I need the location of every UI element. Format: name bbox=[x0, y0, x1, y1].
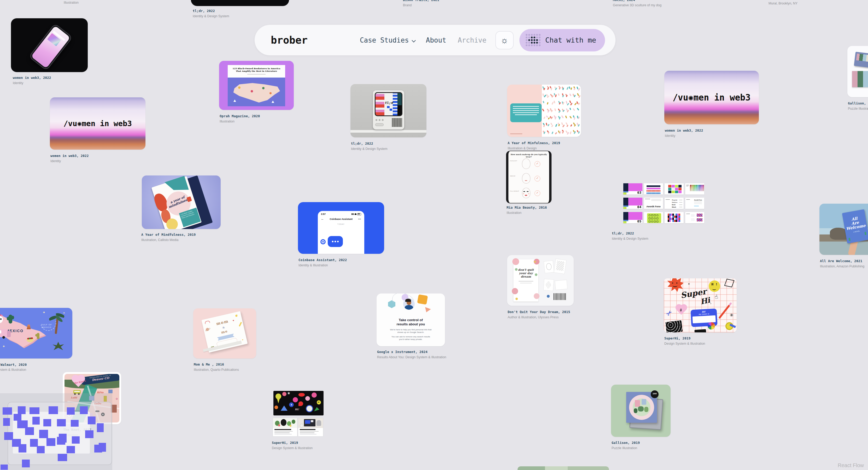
building bbox=[108, 389, 113, 393]
article-byline bbox=[247, 74, 266, 75]
caption-title: tl;dr, 2022 bbox=[193, 9, 229, 13]
caption-gallison-bottom: Gallison, 2019 Puzzle Illustration bbox=[612, 441, 640, 450]
eye-sticker: 8 bbox=[289, 402, 294, 407]
card-wiw-left[interactable]: /vu✺men in web3 bbox=[50, 97, 146, 150]
dot bbox=[536, 39, 538, 41]
card-tldr-tv[interactable]: tl;d bbox=[350, 84, 427, 137]
design-system-slide bbox=[685, 212, 704, 223]
caption-dont-quit: Don't Quit Your Day Dream, 2015 Author &… bbox=[508, 310, 570, 319]
card-superhi-collage[interactable]: Super Hi H ! ☝ Ü ✂ HI! my name is ✳ ✦ ✧ bbox=[664, 278, 737, 333]
book-title: a year of mindfulness bbox=[163, 188, 191, 210]
minimap-node bbox=[13, 414, 22, 421]
card-all-are-welcome[interactable]: All Are Welcome a NOVEL bbox=[819, 203, 868, 255]
minimap-node bbox=[19, 444, 26, 452]
dash-mark bbox=[547, 87, 549, 90]
navbar: brober Case Studies About Archive ☼ Chat… bbox=[255, 25, 616, 55]
card-wiw-phone[interactable] bbox=[11, 18, 88, 72]
dot bbox=[533, 39, 535, 41]
caption-subtitle: Design System & Illustration bbox=[0, 368, 26, 372]
caption-subtitle: Design System & Illustration bbox=[664, 342, 705, 346]
dash-mark bbox=[577, 108, 580, 111]
minimap-node bbox=[32, 417, 40, 425]
dash-mark bbox=[547, 102, 549, 105]
sparkle: ✦ bbox=[688, 283, 690, 285]
badge-sticker bbox=[306, 405, 313, 412]
dot bbox=[539, 39, 540, 41]
caption-walmart-subtitle: Design System & Illustration bbox=[0, 368, 26, 372]
minimap-node bbox=[67, 446, 75, 453]
more-icon[interactable]: ••• bbox=[358, 218, 361, 220]
dash-mark bbox=[574, 88, 576, 90]
dash-mark bbox=[542, 101, 545, 103]
card-oprah[interactable]: 125 Black-Owned Bookstores in America Th… bbox=[219, 61, 294, 110]
minimap[interactable] bbox=[0, 393, 112, 470]
card-dont-quit[interactable]: don't quit your day dream bbox=[507, 255, 574, 306]
card-google[interactable]: Take control of results about you We're … bbox=[377, 293, 445, 346]
chat-button-label: Chat with me bbox=[545, 36, 596, 44]
card-superhi-pages[interactable]: ❀ 8 H! Hi! bbox=[273, 391, 325, 438]
nav-about[interactable]: About bbox=[426, 36, 446, 44]
dash-mark bbox=[578, 103, 580, 105]
dot bbox=[528, 36, 530, 38]
map-spot bbox=[251, 90, 253, 92]
puzzle-box: 1000 bbox=[626, 392, 657, 423]
scissors-icon: ✂ bbox=[664, 308, 674, 318]
theme-toggle-button[interactable]: ☼ bbox=[495, 31, 514, 49]
dash-mark bbox=[542, 93, 544, 97]
nav-archive[interactable]: Archive bbox=[458, 36, 487, 44]
card-gallison-right[interactable] bbox=[847, 46, 868, 97]
dash-mark bbox=[569, 100, 571, 103]
card-coinbase[interactable]: 3:57 ← Coinbase Assistant ••• TODAY bbox=[298, 202, 384, 254]
hero-headline-2: results about you bbox=[377, 322, 445, 326]
caption-subtitle: Brand bbox=[403, 3, 439, 7]
card-mindfulness-spread[interactable] bbox=[507, 85, 581, 137]
card-partial-bottom[interactable] bbox=[518, 466, 609, 470]
caption-title: women in web3, 2022 bbox=[665, 128, 703, 132]
signal-icon bbox=[351, 213, 354, 215]
reactflow-attribution[interactable]: React Flow bbox=[838, 463, 864, 468]
dash-mark bbox=[562, 131, 564, 134]
webpage-thumb bbox=[273, 418, 298, 437]
chat-header: ← Coinbase Assistant ••• bbox=[318, 215, 364, 221]
minimap-node bbox=[39, 430, 48, 438]
minimap-node bbox=[1, 465, 8, 470]
site-logo[interactable]: brober bbox=[271, 34, 308, 46]
caption-wiw-phone: women in web3, 2022 Identity bbox=[13, 76, 51, 85]
sparkle: ✧ bbox=[710, 302, 712, 305]
map-spot bbox=[238, 87, 241, 89]
card-mindfulness-book[interactable]: a year of mindfulness A 52-Week Guided J… bbox=[142, 176, 221, 229]
card-mia-phone[interactable]: How much makeup do you typically wear? H… bbox=[506, 151, 552, 203]
glitch-mid: tl;d bbox=[384, 93, 393, 116]
card-tldr-grid[interactable]: 03 04 Aeonik FonoRegular Medium Bold Bla… bbox=[612, 182, 708, 227]
notebook-doodle bbox=[665, 320, 683, 333]
dot bbox=[533, 36, 535, 38]
card-walmart[interactable]: MEXICO GULF OF MEXICO PACIFIC OCEAN TACO… bbox=[0, 308, 72, 358]
card-tldr-top[interactable] bbox=[191, 0, 289, 6]
card-gallison-bottom[interactable]: 1000 bbox=[611, 385, 671, 437]
design-system-slide bbox=[644, 212, 663, 223]
card-mom-me[interactable]: mom & me ✦ ♥ bbox=[193, 308, 256, 358]
dash-mark bbox=[570, 103, 573, 105]
dash-mark bbox=[570, 87, 572, 90]
minimap-node bbox=[57, 419, 66, 427]
pen-doodle bbox=[718, 305, 730, 319]
dot bbox=[533, 42, 535, 43]
dash-mark bbox=[561, 115, 564, 118]
chat-with-me-button[interactable]: Chat with me bbox=[519, 29, 605, 52]
caption-subtitle: Illustration bbox=[220, 120, 260, 124]
dash-mark bbox=[569, 87, 570, 89]
back-arrow-icon[interactable]: ← bbox=[321, 217, 324, 221]
dot-matrix-icon bbox=[526, 34, 540, 46]
cactus bbox=[9, 315, 12, 323]
battery-icon bbox=[357, 213, 361, 215]
black-sticker bbox=[694, 329, 706, 333]
card-wiw-right[interactable]: /vu✺men in web3 bbox=[664, 71, 759, 124]
nav-case-studies[interactable]: Case Studies bbox=[360, 36, 414, 44]
dash-mark bbox=[546, 116, 548, 118]
minimap-node bbox=[58, 454, 67, 461]
caption-subtitle: Identity & Illustration bbox=[299, 263, 347, 268]
taco-truck: TACOS bbox=[0, 329, 7, 337]
chevron-down-icon bbox=[411, 38, 416, 42]
dash-mark bbox=[570, 124, 572, 127]
reactflow-canvas[interactable]: Illustration Bison Trails, 2021 Brand Mo… bbox=[0, 0, 868, 470]
